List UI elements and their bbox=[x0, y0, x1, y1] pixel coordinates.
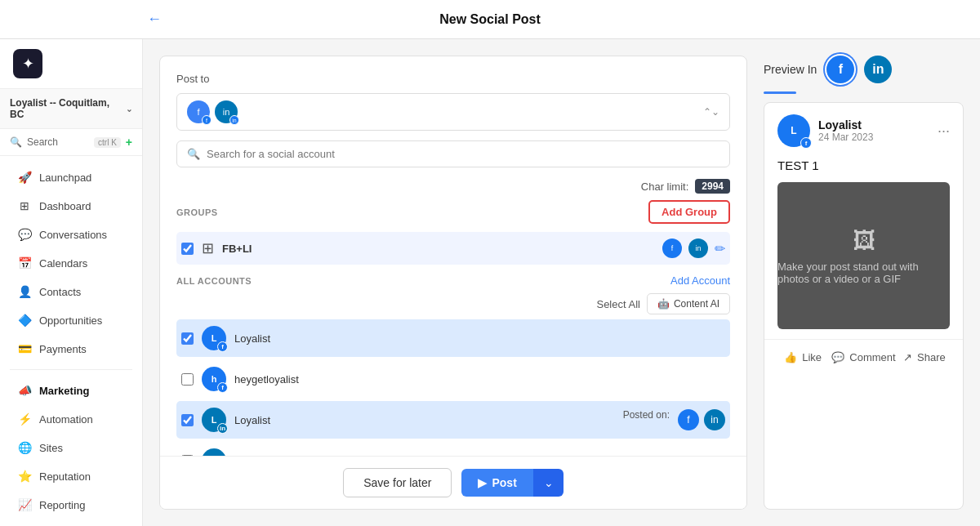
calendars-icon: 📅 bbox=[18, 256, 31, 270]
groups-label: GROUPS bbox=[176, 207, 218, 217]
search-label: Search bbox=[27, 136, 58, 148]
add-group-button[interactable]: Add Group bbox=[648, 200, 730, 224]
automation-icon: ⚡ bbox=[18, 412, 31, 426]
preview-avatar: L f bbox=[777, 114, 810, 147]
comment-label: Comment bbox=[849, 351, 895, 363]
conversations-icon: 💬 bbox=[18, 228, 31, 241]
sidebar-item-opportunities[interactable]: 🔷 Opportunities bbox=[5, 306, 137, 334]
account-icon-li: in in bbox=[215, 100, 238, 123]
share-icon: ↗ bbox=[903, 351, 912, 363]
sidebar-item-askforhelp[interactable]: ❓ Ask for Help bbox=[5, 519, 137, 526]
sidebar-item-label: Conversations bbox=[39, 229, 107, 241]
selected-accounts: f f in in bbox=[187, 100, 238, 123]
select-all-button[interactable]: Select All bbox=[596, 298, 639, 310]
account-checkbox-loyalist-fb[interactable] bbox=[181, 332, 194, 345]
groups-header: GROUPS Add Group bbox=[176, 200, 730, 224]
sidebar-item-label: Payments bbox=[39, 343, 87, 355]
sidebar-logo: ✦ bbox=[0, 39, 142, 89]
preview-body: TEST 1 🖼 Make your post stand out with p… bbox=[764, 158, 963, 339]
post-label: Post bbox=[492, 476, 516, 489]
sidebar-item-reporting[interactable]: 📈 Reporting bbox=[5, 491, 137, 519]
preview-tab-fb[interactable]: f bbox=[826, 56, 854, 83]
share-button[interactable]: ↗ Share bbox=[899, 348, 950, 367]
group-edit-icon[interactable]: ✏ bbox=[715, 241, 725, 256]
preview-tab-li[interactable]: in bbox=[864, 56, 892, 83]
reputation-icon: ⭐ bbox=[18, 470, 31, 483]
content-ai-button[interactable]: 🤖 Content AI bbox=[647, 293, 730, 314]
payments-icon: 💳 bbox=[18, 342, 31, 355]
sidebar-item-payments[interactable]: 💳 Payments bbox=[5, 335, 137, 363]
sidebar-item-label: Opportunities bbox=[39, 314, 102, 327]
save-for-later-button[interactable]: Save for later bbox=[343, 468, 452, 497]
svg-text:✦: ✦ bbox=[22, 56, 34, 72]
share-label: Share bbox=[917, 351, 946, 363]
account-row-loyalist-li[interactable]: L in Loyalist Posted on: f in bbox=[176, 401, 730, 439]
sidebar-item-label: Marketing bbox=[39, 385, 89, 397]
post-chevron-button[interactable]: ⌄ bbox=[533, 469, 564, 497]
sidebar-item-dashboard[interactable]: ⊞ Dashboard bbox=[5, 192, 137, 220]
sidebar-item-reputation[interactable]: ⭐ Reputation bbox=[5, 462, 137, 490]
group-grid-icon: ⊞ bbox=[202, 239, 214, 257]
account-selector[interactable]: f f in in ⌃⌄ bbox=[176, 93, 730, 131]
group-li-icon: in bbox=[688, 238, 708, 258]
search-icon: 🔍 bbox=[187, 148, 200, 160]
sidebar-item-automation[interactable]: ⚡ Automation bbox=[5, 405, 137, 433]
account-avatar-loyalist-2: L in bbox=[202, 448, 226, 456]
back-button[interactable]: ← bbox=[147, 11, 162, 28]
sidebar-search[interactable]: 🔍 Search ctrl K + bbox=[0, 129, 142, 156]
comment-icon: 💬 bbox=[831, 351, 844, 363]
top-bar: ← New Social Post bbox=[0, 0, 980, 39]
sidebar-item-sites[interactable]: 🌐 Sites bbox=[5, 434, 137, 461]
account-row-loyalist-2[interactable]: L in Loyalist bbox=[176, 442, 730, 456]
account-name-loyalist-fb: Loyalist bbox=[234, 332, 270, 345]
launchpad-icon: 🚀 bbox=[18, 171, 31, 184]
main-layout: ✦ Loyalist -- Coquitlam, BC ⌄ 🔍 Search c… bbox=[0, 39, 980, 526]
account-checkbox-heygetloyalist[interactable] bbox=[181, 373, 194, 386]
app-logo-icon: ✦ bbox=[13, 49, 42, 78]
preview-in-label: Preview In bbox=[764, 63, 817, 76]
group-checkbox[interactable] bbox=[181, 243, 194, 255]
group-name: FB+LI bbox=[222, 243, 654, 255]
sidebar-item-launchpad[interactable]: 🚀 Launchpad bbox=[5, 163, 137, 191]
posted-on-icons: Posted on: f in bbox=[623, 409, 725, 430]
char-limit-row: Char limit: 2994 bbox=[176, 179, 730, 194]
account-avatar-loyalist-li: L in bbox=[202, 408, 226, 432]
post-button-group: ▶ Post ⌄ bbox=[461, 469, 563, 497]
char-limit-label: Char limit: bbox=[641, 181, 689, 193]
fb-badge: f bbox=[202, 115, 212, 125]
char-limit-value: 2994 bbox=[695, 179, 730, 194]
like-icon: 👍 bbox=[784, 351, 797, 363]
preview-card: L f Loyalist 24 Mar 2023 ··· TEST 1 🖼 bbox=[764, 102, 964, 510]
all-accounts-label: ALL ACCOUNTS bbox=[176, 276, 252, 286]
add-icon: + bbox=[126, 136, 132, 149]
account-row-heygetloyalist[interactable]: h f heygetloyalist bbox=[176, 360, 730, 398]
add-account-button[interactable]: Add Account bbox=[670, 274, 730, 287]
account-avatar-heygetloyalist: h f bbox=[202, 367, 226, 391]
sidebar-item-label: Dashboard bbox=[39, 200, 91, 212]
posted-on-li-icon: in bbox=[704, 409, 725, 430]
location-selector[interactable]: Loyalist -- Coquitlam, BC ⌄ bbox=[0, 89, 142, 129]
sidebar-item-calendars[interactable]: 📅 Calendars bbox=[5, 249, 137, 277]
comment-button[interactable]: 💬 Comment bbox=[828, 348, 898, 367]
sidebar-item-marketing[interactable]: 📣 Marketing bbox=[5, 377, 137, 404]
post-editor-inner: Post to f f in in ⌃⌄ bbox=[160, 56, 746, 456]
preview-user-date: 24 Mar 2023 bbox=[818, 132, 873, 143]
group-row: ⊞ FB+LI f in ✏ bbox=[176, 232, 730, 265]
posted-on-fb-icon: f bbox=[678, 409, 699, 430]
chevron-icon: ⌃⌄ bbox=[703, 106, 719, 118]
reporting-icon: 📈 bbox=[18, 498, 31, 511]
sidebar-item-contacts[interactable]: 👤 Contacts bbox=[5, 278, 137, 305]
fb-network-badge: f bbox=[217, 341, 228, 352]
sidebar-item-conversations[interactable]: 💬 Conversations bbox=[5, 221, 137, 248]
post-editor: Post to f f in in ⌃⌄ bbox=[159, 56, 747, 510]
search-input[interactable] bbox=[207, 148, 719, 160]
post-button[interactable]: ▶ Post bbox=[461, 469, 532, 497]
account-checkbox-loyalist-li[interactable] bbox=[181, 414, 194, 426]
social-search-box[interactable]: 🔍 bbox=[176, 140, 730, 167]
account-row-loyalist-fb[interactable]: L f Loyalist bbox=[176, 319, 730, 357]
like-button[interactable]: 👍 Like bbox=[777, 348, 828, 367]
more-options-icon[interactable]: ··· bbox=[938, 123, 950, 140]
fb-network-badge-hey: f bbox=[217, 382, 228, 393]
like-label: Like bbox=[802, 351, 822, 363]
media-placeholder-icon: 🖼 bbox=[853, 227, 875, 254]
